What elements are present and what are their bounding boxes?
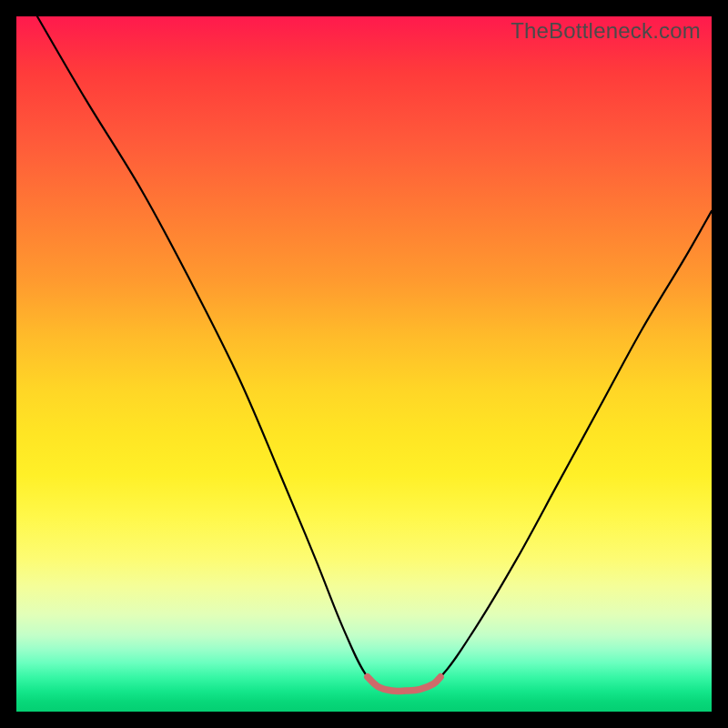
plot-area: TheBottleneck.com [16,16,712,712]
chart-frame: TheBottleneck.com [0,0,728,728]
bottleneck-curve [37,16,712,693]
optimal-band [368,677,440,692]
chart-svg [16,16,712,712]
